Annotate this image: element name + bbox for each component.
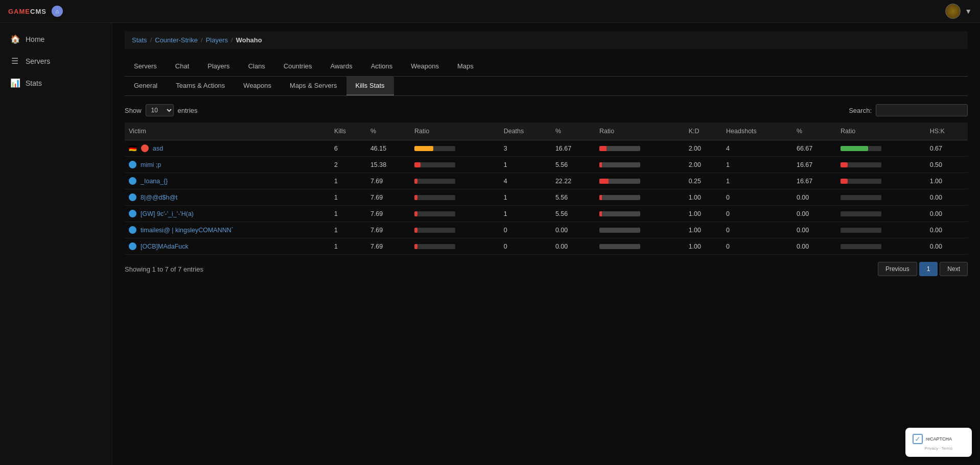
kills-pct: 7.69: [366, 173, 410, 189]
show-label: Show: [125, 107, 142, 114]
top-bar-right: ▼: [945, 4, 972, 19]
table-row: 8|@@d$h@t 1 7.69 1 5.56 1.00 0 0.00 0.00: [125, 189, 968, 206]
kills-val: 6: [330, 140, 366, 157]
headshots-val: 0: [722, 238, 792, 255]
kills-pct: 46.15: [366, 140, 410, 157]
deaths-pct: 0.00: [551, 222, 595, 238]
deaths-val: 1: [500, 157, 551, 173]
breadcrumb-sep3: /: [231, 36, 233, 44]
sidebar-item-stats[interactable]: 📊 Stats: [0, 72, 112, 94]
sub-tab-kills[interactable]: Kills Stats: [346, 77, 394, 95]
tab-players[interactable]: Players: [198, 57, 239, 76]
next-button[interactable]: Next: [940, 262, 968, 276]
col-kills-pct: %: [366, 123, 410, 140]
breadcrumb-players[interactable]: Players: [206, 36, 228, 44]
hs-bar: [836, 222, 926, 238]
col-hs-ratio: Ratio: [836, 123, 926, 140]
hs-bar: [836, 173, 926, 189]
tab-maps[interactable]: Maps: [448, 57, 483, 76]
victim-link[interactable]: [OCB]MAdaFuck: [141, 243, 189, 250]
kd-val: 1.00: [685, 238, 722, 255]
victim-link[interactable]: asd: [153, 145, 163, 152]
tab-chat[interactable]: Chat: [166, 57, 198, 76]
tab-clans[interactable]: Clans: [239, 57, 274, 76]
tab-weapons[interactable]: Weapons: [402, 57, 448, 76]
kills-val: 1: [330, 173, 366, 189]
hs-pct: 0.00: [792, 222, 836, 238]
table-row: [GW] 9c'-'_i_'-'H(a) 1 7.69 1 5.56 1.00 …: [125, 206, 968, 222]
sidebar-item-servers[interactable]: ☰ Servers: [0, 50, 112, 72]
sub-tab-weapons[interactable]: Weapons: [234, 77, 281, 95]
home-icon: 🏠: [10, 34, 19, 44]
victim-cell: 🇩🇪 asd: [125, 140, 330, 157]
kd-val: 2.00: [685, 157, 722, 173]
sub-tab-teams[interactable]: Teams & Actions: [167, 77, 234, 95]
sub-tabs: General Teams & Actions Weapons Maps & S…: [125, 77, 968, 96]
victim-link[interactable]: [GW] 9c'-'_i_'-'H(a): [141, 210, 194, 217]
victim-link[interactable]: 8|@@d$h@t: [141, 194, 178, 201]
showing-text: Showing 1 to 7 of 7 entries: [125, 265, 203, 273]
kills-pct: 7.69: [366, 206, 410, 222]
breadcrumb: Stats / Counter-Strike / Players / Wohah…: [125, 31, 968, 49]
hs-pct: 16.67: [792, 157, 836, 173]
tab-actions[interactable]: Actions: [362, 57, 402, 76]
kills-pct: 7.69: [366, 238, 410, 255]
deaths-pct: 0.00: [551, 238, 595, 255]
stats-icon: 📊: [10, 78, 19, 88]
victim-link[interactable]: timailesi@ | kingsleyCOMANNN`: [141, 227, 234, 234]
headshots-val: 1: [722, 157, 792, 173]
deaths-val: 4: [500, 173, 551, 189]
entries-label: entries: [178, 107, 198, 114]
col-victim: Victim: [125, 123, 330, 140]
hsk-val: 0.67: [926, 140, 968, 157]
deaths-bar: [595, 173, 685, 189]
avatar[interactable]: [945, 4, 961, 19]
hs-pct: 0.00: [792, 206, 836, 222]
deaths-bar: [595, 189, 685, 206]
deaths-pct: 22.22: [551, 173, 595, 189]
kills-val: 2: [330, 157, 366, 173]
sidebar-item-home[interactable]: 🏠 Home: [0, 28, 112, 50]
hs-pct: 0.00: [792, 189, 836, 206]
table-row: timailesi@ | kingsleyCOMANNN` 1 7.69 0 0…: [125, 222, 968, 238]
logo: GAMECMS: [8, 8, 46, 15]
recaptcha-box: ✓: [913, 434, 923, 444]
tab-servers[interactable]: Servers: [125, 57, 166, 76]
tab-awards[interactable]: Awards: [321, 57, 362, 76]
deaths-bar: [595, 140, 685, 157]
victim-link[interactable]: mimi ;p: [141, 161, 161, 168]
top-bar-left: GAMECMS ⌂: [8, 6, 63, 17]
previous-button[interactable]: Previous: [878, 262, 917, 276]
headshots-val: 0: [722, 189, 792, 206]
main-content: Stats / Counter-Strike / Players / Wohah…: [112, 23, 980, 465]
kills-pct: 7.69: [366, 222, 410, 238]
col-kills: Kills: [330, 123, 366, 140]
deaths-bar: [595, 206, 685, 222]
tab-countries[interactable]: Countries: [274, 57, 321, 76]
table-row: [OCB]MAdaFuck 1 7.69 0 0.00 1.00 0 0.00 …: [125, 238, 968, 255]
hs-bar: [836, 189, 926, 206]
recaptcha-banner: ✓ reCAPTCHA Privacy · Terms: [905, 428, 972, 457]
nav-tabs-top: Servers Chat Players Clans Countries Awa…: [125, 57, 968, 77]
breadcrumb-stats[interactable]: Stats: [132, 36, 147, 44]
kd-val: 1.00: [685, 206, 722, 222]
sidebar-item-servers-label: Servers: [26, 57, 50, 65]
headshots-val: 0: [722, 206, 792, 222]
sub-tab-maps[interactable]: Maps & Servers: [281, 77, 346, 95]
headshots-val: 0: [722, 222, 792, 238]
deaths-val: 0: [500, 238, 551, 255]
search-input[interactable]: [876, 104, 968, 116]
user-dropdown-arrow[interactable]: ▼: [965, 7, 972, 15]
recaptcha-label: reCAPTCHA: [926, 436, 952, 442]
col-deaths: Deaths: [500, 123, 551, 140]
sidebar-item-stats-label: Stats: [26, 79, 42, 87]
page-1-button[interactable]: 1: [919, 262, 938, 276]
sidebar: 🏠 Home ☰ Servers 📊 Stats: [0, 23, 112, 465]
kd-val: 0.25: [685, 173, 722, 189]
breadcrumb-game[interactable]: Counter-Strike: [155, 36, 198, 44]
search-label: Search:: [849, 107, 872, 114]
discord-icon[interactable]: ⌂: [52, 6, 63, 17]
entries-select[interactable]: 10 25 50 100: [146, 104, 174, 116]
sub-tab-general[interactable]: General: [125, 77, 167, 95]
victim-link[interactable]: _Ioana_{}: [141, 178, 168, 185]
